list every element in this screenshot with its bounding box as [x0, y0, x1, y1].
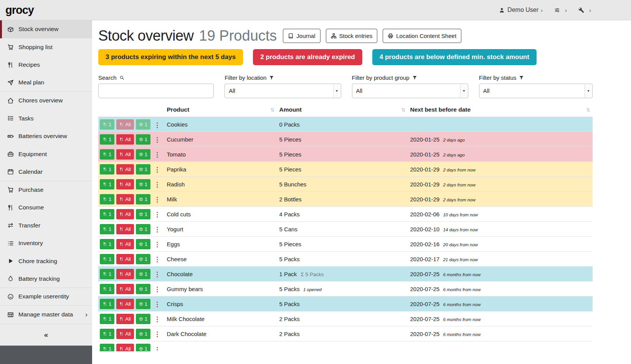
consume-one-button[interactable]: 1 [100, 119, 114, 130]
consume-one-button[interactable]: 1 [100, 284, 114, 294]
consume-all-button[interactable]: All [116, 119, 134, 130]
sidebar-item-meal-plan[interactable]: Meal plan [0, 74, 92, 92]
row-menu-button[interactable]: ⋮ [154, 121, 160, 129]
open-one-button[interactable]: 1 [136, 284, 150, 294]
consume-all-button[interactable]: All [116, 194, 134, 204]
row-menu-button[interactable]: ⋮ [154, 211, 160, 219]
sidebar-item-inventory[interactable]: Inventory [0, 234, 92, 252]
consume-one-button[interactable]: 1 [100, 209, 114, 219]
consume-one-button[interactable]: 1 [100, 344, 114, 351]
row-menu-button[interactable]: ⋮ [154, 226, 160, 234]
sidebar-item-manage-master-data[interactable]: Manage master data› [0, 306, 92, 324]
consume-all-button[interactable]: All [116, 149, 134, 160]
sidebar-item-battery-tracking[interactable]: Battery tracking [0, 270, 92, 288]
consume-all-button[interactable]: All [116, 179, 134, 189]
user-menu[interactable]: Demo User › [499, 7, 543, 13]
column-header-next-best-before-date[interactable]: Next best before date ⇅ [408, 104, 593, 117]
alert-warning[interactable]: 3 products expiring within the next 5 da… [98, 49, 243, 65]
row-menu-button[interactable]: ⋮ [154, 151, 160, 159]
sidebar-item-equipment[interactable]: Equipment [0, 145, 92, 163]
sidebar-item-chores-overview[interactable]: Chores overview [0, 92, 92, 110]
open-one-button[interactable]: 1 [136, 314, 150, 324]
consume-one-button[interactable]: 1 [100, 134, 114, 145]
product-group-filter-select[interactable]: All ▾ [352, 84, 468, 98]
consume-all-button[interactable]: All [116, 254, 134, 264]
consume-all-button[interactable]: All [116, 239, 134, 249]
consume-all-button[interactable]: All [116, 329, 134, 339]
row-menu-button[interactable]: ⋮ [154, 181, 160, 189]
consume-all-button[interactable]: All [116, 209, 134, 219]
consume-one-button[interactable]: 1 [100, 269, 114, 279]
sidebar-item-batteries-overview[interactable]: Batteries overview [0, 127, 92, 145]
consume-all-button[interactable]: All [116, 224, 134, 234]
row-menu-button[interactable]: ⋮ [154, 255, 160, 264]
open-one-button[interactable]: 1 [136, 164, 150, 175]
consume-one-button[interactable]: 1 [100, 149, 114, 160]
app-logo[interactable]: grocy [5, 4, 34, 16]
consume-all-button[interactable]: All [116, 164, 134, 175]
consume-all-button[interactable]: All [116, 284, 134, 294]
open-one-button[interactable]: 1 [136, 344, 150, 351]
alert-info[interactable]: 4 products are below defined min. stock … [372, 49, 537, 65]
sidebar-item-tasks[interactable]: Tasks [0, 110, 92, 128]
row-menu-button[interactable]: ⋮ [154, 270, 160, 278]
row-menu-button[interactable]: ⋮ [154, 240, 160, 249]
open-one-button[interactable]: 1 [136, 224, 150, 234]
open-one-button[interactable]: 1 [136, 179, 150, 189]
consume-all-button[interactable]: All [116, 314, 134, 324]
open-one-button[interactable]: 1 [136, 269, 150, 279]
row-menu-button[interactable]: ⋮ [154, 285, 160, 293]
consume-one-button[interactable]: 1 [100, 194, 114, 204]
status-filter-select[interactable]: All ▾ [479, 84, 593, 98]
consume-all-button[interactable]: All [116, 269, 134, 279]
row-menu-button[interactable]: ⋮ [154, 196, 160, 204]
sidebar-item-consume[interactable]: Consume [0, 199, 92, 217]
open-one-button[interactable]: 1 [136, 239, 150, 249]
alert-danger[interactable]: 2 products are already expired [253, 49, 362, 65]
open-one-button[interactable]: 1 [136, 194, 150, 204]
consume-one-button[interactable]: 1 [100, 179, 114, 189]
consume-one-button[interactable]: 1 [100, 254, 114, 264]
row-menu-button[interactable]: ⋮ [154, 300, 160, 308]
sidebar-item-calendar[interactable]: Calendar [0, 163, 92, 181]
sidebar-item-stock-overview[interactable]: Stock overview [0, 20, 92, 38]
consume-all-button[interactable]: All [116, 344, 134, 351]
admin-menu[interactable]: › [578, 7, 591, 13]
open-one-button[interactable]: 1 [136, 119, 150, 130]
consume-one-button[interactable]: 1 [100, 314, 114, 324]
sidebar-collapse-button[interactable]: « [0, 324, 92, 346]
stock-entries-button[interactable]: Stock entries [326, 29, 378, 43]
sidebar-item-transfer[interactable]: Transfer [0, 217, 92, 235]
column-header-product[interactable]: Product ⇅ [165, 104, 277, 117]
sidebar-item-purchase[interactable]: Purchase [0, 181, 92, 199]
sidebar-item-shopping-list[interactable]: Shopping list [0, 38, 92, 56]
sidebar-item-recipes[interactable]: Recipes [0, 56, 92, 74]
settings-menu[interactable]: › [554, 7, 567, 13]
location-content-sheet-button[interactable]: Location Content Sheet [383, 29, 461, 43]
row-menu-button[interactable]: ⋮ [154, 315, 160, 323]
open-one-button[interactable]: 1 [136, 299, 150, 309]
open-one-button[interactable]: 1 [136, 134, 150, 145]
open-one-button[interactable]: 1 [136, 209, 150, 219]
consume-one-button[interactable]: 1 [100, 239, 114, 249]
row-menu-button[interactable]: ⋮ [154, 346, 160, 351]
column-header-amount[interactable]: Amount ⇅ [277, 104, 408, 117]
journal-button[interactable]: Journal [283, 29, 320, 43]
open-one-button[interactable]: 1 [136, 329, 150, 339]
open-one-button[interactable]: 1 [136, 254, 150, 264]
sidebar-item-example-userentity[interactable]: Example userentity [0, 288, 92, 306]
search-input[interactable] [98, 84, 214, 98]
filter-icon [269, 75, 274, 80]
location-filter-select[interactable]: All ▾ [225, 84, 341, 98]
consume-all-button[interactable]: All [116, 134, 134, 145]
sidebar-item-chore-tracking[interactable]: Chore tracking [0, 252, 92, 270]
row-menu-button[interactable]: ⋮ [154, 136, 160, 144]
consume-one-button[interactable]: 1 [100, 299, 114, 309]
consume-one-button[interactable]: 1 [100, 329, 114, 339]
consume-one-button[interactable]: 1 [100, 224, 114, 234]
consume-one-button[interactable]: 1 [100, 164, 114, 175]
row-menu-button[interactable]: ⋮ [154, 166, 160, 174]
open-one-button[interactable]: 1 [136, 149, 150, 160]
row-menu-button[interactable]: ⋮ [154, 330, 160, 338]
consume-all-button[interactable]: All [116, 299, 134, 309]
